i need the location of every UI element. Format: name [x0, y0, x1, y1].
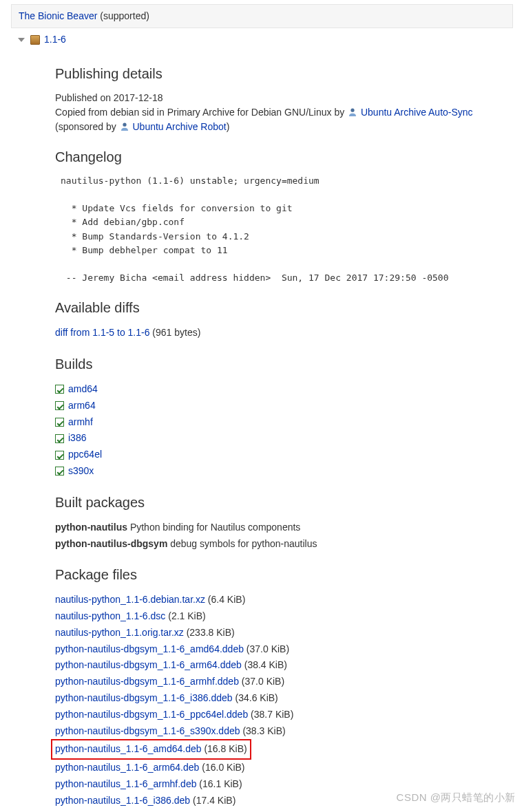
file-link[interactable]: python-nautilus_1.1-6_i386.deb — [55, 795, 190, 806]
svg-point-1 — [123, 123, 126, 127]
check-icon — [55, 451, 64, 460]
file-size: (6.4 KiB) — [205, 594, 245, 605]
highlighted-file: python-nautilus_1.1-6_amd64.deb (16.8 Ki… — [51, 739, 251, 760]
distro-status: (supported) — [97, 10, 149, 21]
file-size: (37.0 KiB) — [239, 676, 284, 687]
build-item: arm64 — [55, 398, 513, 414]
build-item: i386 — [55, 430, 513, 447]
build-link[interactable]: armhf — [68, 414, 93, 431]
file-item: nautilus-python_1.1-6.debian.tar.xz (6.4… — [55, 592, 513, 608]
file-link[interactable]: python-nautilus_1.1-6_amd64.deb — [55, 743, 202, 754]
built-package-desc: debug symbols for python-nautilus — [167, 538, 317, 549]
file-size: (233.8 KiB) — [184, 627, 235, 638]
file-size: (16.1 KiB) — [196, 778, 242, 789]
sponsored-prefix: (sponsored by — [55, 121, 119, 132]
changelog-heading: Changelog — [55, 147, 513, 167]
file-item: python-nautilus-dbgsym_1.1-6_i386.ddeb (… — [55, 690, 513, 707]
auto-sync-link[interactable]: Ubuntu Archive Auto-Sync — [361, 107, 473, 118]
file-size: (38.7 KiB) — [248, 709, 293, 720]
file-link[interactable]: python-nautilus_1.1-6_armhf.deb — [55, 778, 196, 789]
build-link[interactable]: s390x — [68, 463, 94, 480]
file-link[interactable]: python-nautilus-dbgsym_1.1-6_ppc64el.dde… — [55, 709, 248, 720]
package-files-list: nautilus-python_1.1-6.debian.tar.xz (6.4… — [55, 592, 513, 812]
build-link[interactable]: i386 — [68, 430, 86, 447]
diff-link[interactable]: diff from 1.1-5 to 1.1-6 — [55, 327, 149, 338]
check-icon — [55, 434, 64, 443]
file-item: python-nautilus_1.1-6_ppc64el.deb (16.6 … — [55, 809, 513, 812]
diff-item: diff from 1.1-5 to 1.1-6 (961 bytes) — [55, 325, 513, 341]
built-package-name: python-nautilus-dbgsym — [55, 538, 167, 549]
build-link[interactable]: ppc64el — [68, 447, 102, 463]
file-item: nautilus-python_1.1-6.dsc (2.1 KiB) — [55, 608, 513, 625]
file-size: (16.8 KiB) — [202, 743, 247, 754]
built-packages-list: python-nautilus Python binding for Nauti… — [55, 520, 513, 553]
build-item: ppc64el — [55, 447, 513, 463]
built-package-name: python-nautilus — [55, 522, 127, 533]
svg-point-0 — [350, 109, 354, 112]
person-icon — [120, 121, 129, 131]
file-size: (34.6 KiB) — [233, 692, 278, 703]
sponsored-suffix: ) — [227, 121, 230, 132]
file-link[interactable]: python-nautilus-dbgsym_1.1-6_armhf.ddeb — [55, 676, 239, 687]
file-link[interactable]: nautilus-python_1.1-6.dsc — [55, 610, 165, 621]
robot-link[interactable]: Ubuntu Archive Robot — [133, 121, 227, 132]
built-package-item: python-nautilus Python binding for Nauti… — [55, 520, 513, 536]
file-link[interactable]: python-nautilus_1.1-6_arm64.deb — [55, 762, 199, 773]
publishing-heading: Publishing details — [55, 63, 513, 84]
version-link[interactable]: 1.1-6 — [44, 32, 66, 47]
file-link[interactable]: python-nautilus-dbgsym_1.1-6_i386.ddeb — [55, 692, 233, 703]
build-link[interactable]: amd64 — [68, 381, 98, 398]
file-item: python-nautilus-dbgsym_1.1-6_arm64.ddeb … — [55, 657, 513, 674]
copied-prefix: Copied from debian sid in Primary Archiv… — [55, 107, 347, 118]
file-link[interactable]: python-nautilus-dbgsym_1.1-6_s390x.ddeb — [55, 725, 240, 736]
file-size: (2.1 KiB) — [165, 610, 205, 621]
file-size: (16.0 KiB) — [199, 762, 244, 773]
distro-header: The Bionic Beaver (supported) — [11, 4, 513, 28]
built-package-desc: Python binding for Nautilus components — [127, 522, 300, 533]
check-icon — [55, 467, 64, 476]
file-link[interactable]: nautilus-python_1.1-6.debian.tar.xz — [55, 594, 205, 605]
build-item: armhf — [55, 414, 513, 431]
file-item: python-nautilus-dbgsym_1.1-6_ppc64el.dde… — [55, 707, 513, 723]
published-date: Published on 2017-12-18 — [55, 91, 513, 105]
file-size: (38.3 KiB) — [240, 725, 286, 736]
builds-list: amd64arm64armhfi386ppc64els390x — [55, 381, 513, 480]
built-packages-heading: Built packages — [55, 492, 513, 513]
file-link[interactable]: python-nautilus-dbgsym_1.1-6_amd64.ddeb — [55, 643, 244, 654]
file-size: (37.0 KiB) — [244, 643, 289, 654]
check-icon — [55, 418, 64, 427]
watermark: CSDN @两只蜡笔的小新 — [397, 790, 516, 806]
check-icon — [55, 385, 64, 394]
diff-size: (961 bytes) — [149, 327, 200, 338]
file-item: python-nautilus_1.1-6_arm64.deb (16.0 Ki… — [55, 760, 513, 776]
built-package-item: python-nautilus-dbgsym debug symbols for… — [55, 536, 513, 553]
check-icon — [55, 401, 64, 410]
person-icon — [348, 107, 357, 116]
diffs-heading: Available diffs — [55, 297, 513, 318]
build-item: amd64 — [55, 381, 513, 398]
content: Publishing details Published on 2017-12-… — [55, 63, 513, 812]
chevron-down-icon[interactable] — [18, 38, 25, 42]
distro-link[interactable]: The Bionic Beaver — [19, 10, 97, 21]
file-size: (38.4 KiB) — [242, 659, 287, 670]
version-row: 1.1-6 — [11, 28, 513, 51]
file-link[interactable]: python-nautilus-dbgsym_1.1-6_arm64.ddeb — [55, 659, 242, 670]
changelog-text: nautilus-python (1.1-6) unstable; urgenc… — [61, 174, 513, 285]
copied-from: Copied from debian sid in Primary Archiv… — [55, 105, 513, 134]
file-item: python-nautilus_1.1-6_amd64.deb (16.8 Ki… — [55, 739, 513, 760]
build-link[interactable]: arm64 — [68, 398, 96, 414]
file-item: python-nautilus-dbgsym_1.1-6_armhf.ddeb … — [55, 674, 513, 690]
file-item: nautilus-python_1.1.orig.tar.xz (233.8 K… — [55, 625, 513, 641]
package-files-heading: Package files — [55, 564, 513, 585]
build-item: s390x — [55, 463, 513, 480]
builds-heading: Builds — [55, 354, 513, 374]
file-link[interactable]: nautilus-python_1.1.orig.tar.xz — [55, 627, 184, 638]
file-item: python-nautilus-dbgsym_1.1-6_amd64.ddeb … — [55, 641, 513, 658]
package-icon — [30, 35, 40, 45]
file-size: (17.4 KiB) — [190, 795, 235, 806]
file-item: python-nautilus-dbgsym_1.1-6_s390x.ddeb … — [55, 723, 513, 740]
